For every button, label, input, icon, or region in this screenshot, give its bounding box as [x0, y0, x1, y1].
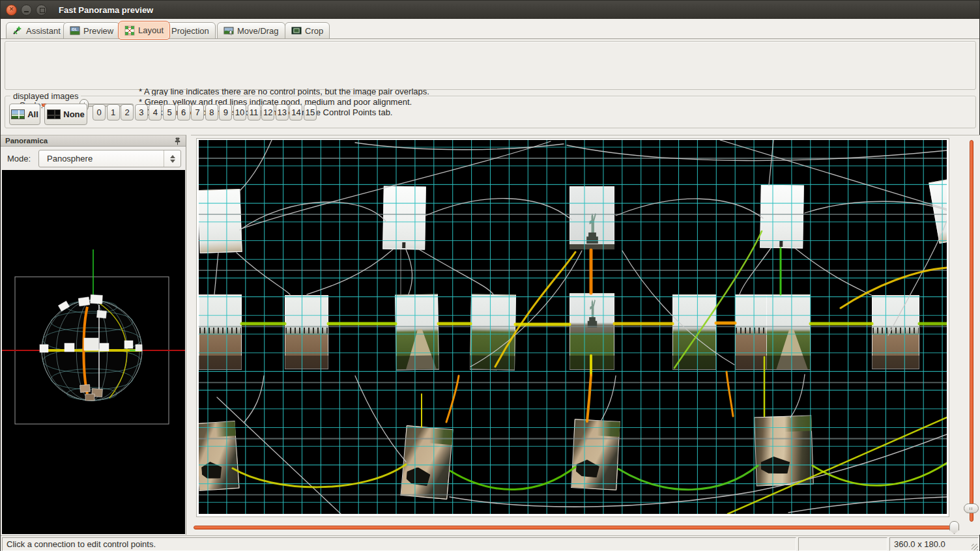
window-close-button[interactable] [6, 5, 17, 16]
tab-layout[interactable]: Layout [118, 21, 170, 40]
displayed-images-label: displayed images [10, 91, 81, 101]
image-toggle-0[interactable]: 0 [93, 104, 106, 120]
status-message-section: Click a connection to edit control point… [2, 537, 796, 551]
photo-tile-horizonStatue[interactable] [569, 293, 614, 370]
window-title: Fast Panorama preview [59, 5, 153, 15]
panoramica-header: Panoramica [1, 135, 186, 147]
tab-label: Preview [83, 26, 113, 36]
tab-projection[interactable]: Projection [165, 22, 216, 39]
photo-tile-horizonPath[interactable] [766, 294, 811, 370]
overlap-shade [672, 356, 716, 370]
photo-tile-ground[interactable] [199, 421, 240, 491]
tab-label: Crop [305, 26, 323, 36]
spin-up-icon [170, 155, 175, 158]
overlap-shade [470, 356, 515, 371]
photo-tile-horizonGrass[interactable] [470, 294, 516, 370]
photo-tile-sky[interactable] [199, 189, 242, 253]
tab-label: Projection [171, 26, 209, 36]
status-bar: Click a connection to edit control point… [1, 535, 979, 551]
tab-crop[interactable]: Crop [285, 22, 330, 39]
image-toggle-1[interactable]: 1 [107, 104, 120, 120]
photo-tile-horizonPeople[interactable] [285, 295, 328, 369]
photo-tile-ground[interactable] [571, 419, 620, 490]
displayed-images-groupbox: displayed images All None 01234567891011… [5, 96, 976, 128]
panosphere-preview [2, 170, 185, 534]
window-maximize-button[interactable] [36, 5, 47, 16]
window-minimize-button[interactable] [21, 5, 32, 16]
spin-down-icon [170, 160, 175, 163]
image-toggle-12[interactable]: 12 [261, 104, 274, 120]
crop-icon [291, 25, 302, 36]
overlap-shade [766, 356, 811, 370]
photo-tile-ground2[interactable] [754, 415, 814, 486]
mode-combobox[interactable]: Panosphere [38, 150, 181, 167]
tab-bar: AssistantGLPreviewLayoutProjectionMove/D… [1, 19, 979, 39]
combobox-spin-buttons[interactable] [164, 150, 180, 167]
photo-tile-sky[interactable] [929, 177, 947, 244]
layout-canvas[interactable] [199, 140, 947, 514]
tab-assistant[interactable]: Assistant [6, 22, 67, 39]
assistant-icon [12, 25, 23, 36]
all-button-label: All [27, 109, 38, 119]
svg-text:GL: GL [72, 27, 78, 31]
tab-preview[interactable]: GLPreview [63, 22, 120, 39]
mode-label: Mode: [7, 154, 31, 163]
overlap-shade [285, 356, 328, 369]
all-images-icon [11, 109, 25, 119]
image-toggle-5[interactable]: 5 [163, 104, 176, 120]
photo-tile-ground[interactable] [400, 425, 453, 500]
resize-grip[interactable] [972, 544, 978, 550]
vertical-pan-slider[interactable] [970, 140, 973, 522]
image-toggle-13[interactable]: 13 [276, 104, 289, 120]
no-images-icon [47, 109, 61, 119]
status-message: Click a connection to edit control point… [7, 539, 156, 549]
photo-tile-sky2[interactable] [382, 186, 426, 249]
photo-tile-sky2[interactable] [760, 184, 804, 248]
layout-icon [124, 25, 135, 36]
photo-tile-horizonPath[interactable] [395, 294, 439, 370]
pano-size-value: 360.0 x 180.0 [894, 539, 945, 549]
panoramica-title: Panoramica [5, 137, 48, 145]
overlap-shade [396, 356, 439, 371]
mode-value: Panosphere [47, 154, 93, 163]
image-toggle-8[interactable]: 8 [205, 104, 218, 120]
image-toggle-10[interactable]: 10 [233, 104, 246, 120]
mode-row: Mode: Panosphere [1, 147, 186, 170]
image-toggle-4[interactable]: 4 [149, 104, 162, 120]
overlap-shade [199, 356, 242, 370]
panoramica-dock-panel: Panoramica Mode: Panosphere [1, 135, 186, 535]
canvas-frame [196, 138, 949, 517]
show-no-images-button[interactable]: None [44, 104, 87, 125]
photo-tile-horizonPeople2[interactable] [872, 295, 919, 369]
preview-gl-icon: GL [70, 25, 80, 36]
status-empty-section [798, 537, 887, 551]
pin-icon[interactable] [175, 137, 180, 145]
image-toggle-11[interactable]: 11 [248, 104, 261, 120]
layout-panel [191, 135, 980, 535]
overlap-shade [569, 356, 614, 370]
image-toggle-6[interactable]: 6 [177, 104, 190, 120]
overlap-shade [872, 356, 919, 369]
tab-label: Assistant [26, 26, 61, 36]
photo-tile-horizonGrass[interactable] [672, 294, 716, 370]
panosphere-3d-viewport[interactable] [2, 170, 185, 534]
tab-movedrag[interactable]: Move/Drag [217, 22, 285, 39]
image-toggle-14[interactable]: 14 [289, 104, 302, 120]
fast-panorama-preview-window: Fast Panorama preview AssistantGLPreview… [0, 0, 980, 551]
show-all-images-button[interactable]: All [9, 104, 40, 125]
movedrag-icon [223, 25, 234, 36]
tab-label: Layout [138, 25, 164, 35]
none-button-label: None [63, 109, 85, 119]
image-toggle-2[interactable]: 2 [121, 104, 134, 120]
image-toggle-15[interactable]: 15 [304, 104, 317, 120]
horizontal-pan-slider[interactable] [194, 526, 955, 530]
vertical-pan-slider-thumb[interactable] [964, 503, 979, 513]
photo-tile-horizonPeople[interactable] [199, 294, 242, 370]
photo-tile-skyStatue[interactable] [569, 186, 614, 249]
image-toggle-3[interactable]: 3 [135, 104, 148, 120]
image-toggle-7[interactable]: 7 [191, 104, 204, 120]
scale-groupbox: Scale: * A gray line indicates there are… [5, 41, 976, 90]
image-toggle-9[interactable]: 9 [219, 104, 232, 120]
tab-label: Move/Drag [237, 26, 279, 36]
title-bar: Fast Panorama preview [1, 1, 979, 19]
